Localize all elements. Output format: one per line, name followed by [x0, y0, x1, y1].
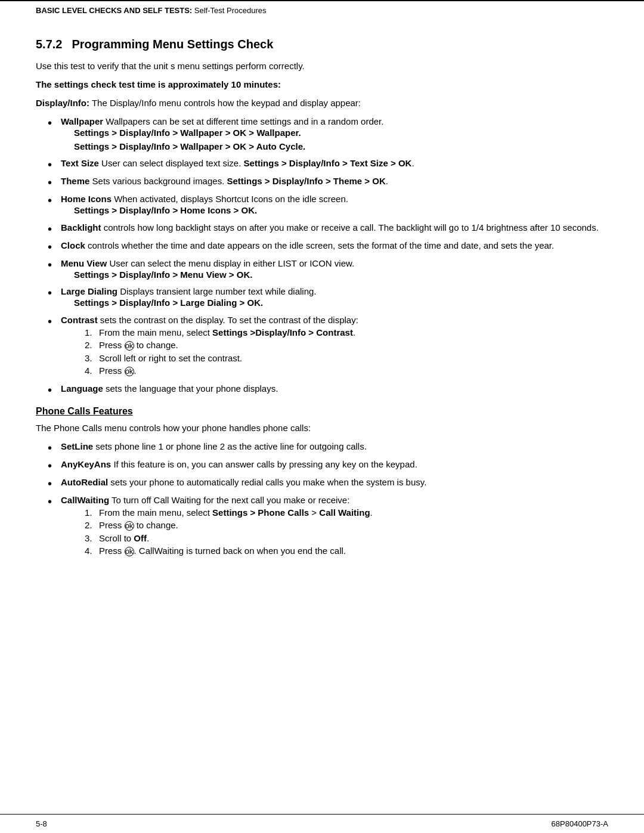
text-homeicons: When activated, displays Shortcut Icons …: [114, 194, 348, 204]
page: BASIC LEVEL CHECKS AND SELF TESTS: Self-…: [0, 0, 644, 833]
term-anykeyans: AnyKeyAns: [61, 459, 111, 469]
list-item: • Menu View User can select the menu dis…: [48, 258, 608, 282]
list-item: 1. From the main menu, select Settings >…: [85, 327, 608, 337]
bullet-dot: •: [48, 495, 58, 508]
term-language: Language: [61, 383, 103, 394]
main-content: 5.7.2Programming Menu Settings Check Use…: [0, 20, 644, 814]
num-content: Press ok to change.: [99, 520, 608, 531]
bullet-dot: •: [48, 286, 58, 299]
term-autoredial: AutoRedial: [61, 477, 108, 487]
text-language: sets the language that your phone displa…: [106, 383, 278, 394]
list-item: 4. Press ok.: [85, 366, 608, 376]
list-item: • AnyKeyAns If this feature is on, you c…: [48, 459, 608, 472]
list-item: 2. Press ok to change.: [85, 340, 608, 351]
bullet-content-language: Language sets the language that your pho…: [61, 383, 608, 394]
list-item: 4. Press ok. CallWaiting is turned back …: [85, 546, 608, 556]
bullet-dot: •: [48, 383, 58, 397]
section-number: 5.7.2: [36, 38, 62, 51]
num-label: 1.: [85, 327, 99, 337]
list-item: • SetLine sets phone line 1 or phone lin…: [48, 441, 608, 454]
list-item: • AutoRedial sets your phone to automati…: [48, 477, 608, 490]
bullet-content-theme: Theme Sets various background images. Se…: [61, 176, 608, 186]
list-item: 3. Scroll left or right to set the contr…: [85, 353, 608, 363]
num-label: 4.: [85, 546, 99, 556]
term-homeicons: Home Icons: [61, 194, 112, 204]
bullet-dot: •: [48, 240, 58, 253]
page-footer: 5-8 68P80400P73-A: [0, 814, 644, 833]
list-item: 3. Scroll to Off.: [85, 533, 608, 543]
list-item: • Home Icons When activated, displays Sh…: [48, 194, 608, 218]
display-info-bullet-list: • Wallpaper Wallpapers can be set at dif…: [48, 116, 608, 397]
indent-wallpaper: Settings > Display/Info > Wallpaper > OK…: [74, 126, 608, 153]
num-label: 3.: [85, 353, 99, 363]
bullet-content-largedialing: Large Dialing Displays transient large n…: [61, 286, 608, 310]
bold-inline: Settings >Display/Info > Contrast: [212, 327, 353, 337]
bullet-dot: •: [48, 158, 58, 171]
phone-calls-bullet-list: • SetLine sets phone line 1 or phone lin…: [48, 441, 608, 559]
bullet-content-homeicons: Home Icons When activated, displays Shor…: [61, 194, 608, 218]
bullet-content-setline: SetLine sets phone line 1 or phone line …: [61, 441, 608, 451]
bullet-content-menuview: Menu View User can select the menu displ…: [61, 258, 608, 282]
bold-heading: The settings check test time is approxim…: [36, 79, 608, 89]
text-autoredial: sets your phone to automatically redial …: [110, 477, 426, 487]
bold-inline2: Call Waiting: [319, 507, 370, 518]
bullet-dot: •: [48, 441, 58, 454]
text-theme: Sets various background images. Settings…: [92, 176, 388, 186]
bullet-dot: •: [48, 258, 58, 271]
indent-largedialing: Settings > Display/Info > Large Dialing …: [74, 296, 608, 310]
bullet-dot: •: [48, 315, 58, 328]
bullet-content-anykeyans: AnyKeyAns If this feature is on, you can…: [61, 459, 608, 469]
text-setline: sets phone line 1 or phone line 2 as the…: [95, 441, 366, 451]
bold-off: Off: [134, 533, 147, 543]
text-contrast: sets the contrast on the display. To set…: [100, 315, 358, 325]
bold-inline: Settings > Phone Calls: [212, 507, 309, 518]
num-label: 3.: [85, 533, 99, 543]
phone-calls-title: Phone Calls Features: [36, 406, 608, 417]
num-label: 1.: [85, 507, 99, 518]
bullet-content-textsize: Text Size User can select displayed text…: [61, 158, 608, 168]
num-content: Press ok.: [99, 366, 608, 376]
list-item: • CallWaiting To turn off Call Waiting f…: [48, 495, 608, 559]
list-item: • Large Dialing Displays transient large…: [48, 286, 608, 310]
indent-menuview: Settings > Display/Info > Menu View > OK…: [74, 268, 608, 282]
text-anykeyans: If this feature is on, you can answer ca…: [113, 459, 417, 469]
num-content: From the main menu, select Settings >Dis…: [99, 327, 608, 337]
term-largedialing: Large Dialing: [61, 286, 117, 296]
bullet-content-callwaiting: CallWaiting To turn off Call Waiting for…: [61, 495, 608, 559]
list-item: 2. Press ok to change.: [85, 520, 608, 531]
phone-calls-intro: The Phone Calls menu controls how your p…: [36, 423, 608, 433]
num-content: Scroll to Off.: [99, 533, 608, 543]
num-content: From the main menu, select Settings > Ph…: [99, 507, 608, 518]
header-bold-text: BASIC LEVEL CHECKS AND SELF TESTS:: [36, 6, 192, 15]
callwaiting-numbered-list: 1. From the main menu, select Settings >…: [85, 507, 608, 556]
term-textsize: Text Size: [61, 158, 99, 168]
contrast-numbered-list: 1. From the main menu, select Settings >…: [85, 327, 608, 376]
page-header: BASIC LEVEL CHECKS AND SELF TESTS: Self-…: [0, 0, 644, 20]
bullet-dot: •: [48, 459, 58, 472]
term-menuview: Menu View: [61, 258, 107, 268]
footer-page-number: 5-8: [36, 819, 47, 828]
display-info-intro: Display/Info: The Display/Info menu cont…: [36, 98, 608, 108]
list-item: • Clock controls whether the time and da…: [48, 240, 608, 253]
list-item: • Text Size User can select displayed te…: [48, 158, 608, 171]
bullet-dot: •: [48, 222, 58, 236]
num-label: 4.: [85, 366, 99, 376]
ok-symbol: ok: [125, 341, 134, 351]
display-info-text: The Display/Info menu controls how the k…: [89, 98, 361, 108]
list-item: • Language sets the language that your p…: [48, 383, 608, 397]
text-clock: controls whether the time and date appea…: [88, 240, 554, 250]
list-item: 1. From the main menu, select Settings >…: [85, 507, 608, 518]
list-item: • Contrast sets the contrast on the disp…: [48, 315, 608, 379]
bullet-content-autoredial: AutoRedial sets your phone to automatica…: [61, 477, 608, 487]
section-title-text: Programming Menu Settings Check: [72, 38, 273, 51]
header-left: BASIC LEVEL CHECKS AND SELF TESTS: Self-…: [36, 6, 266, 15]
list-item: • Backlight controls how long backlight …: [48, 222, 608, 236]
num-label: 2.: [85, 520, 99, 530]
term-setline: SetLine: [61, 441, 93, 451]
bullet-dot: •: [48, 176, 58, 189]
term-wallpaper: Wallpaper: [61, 116, 103, 126]
section-title: 5.7.2Programming Menu Settings Check: [36, 38, 608, 51]
ok-symbol: ok: [125, 367, 134, 376]
footer-doc-number: 68P80400P73-A: [552, 819, 608, 828]
bullet-dot: •: [48, 477, 58, 490]
